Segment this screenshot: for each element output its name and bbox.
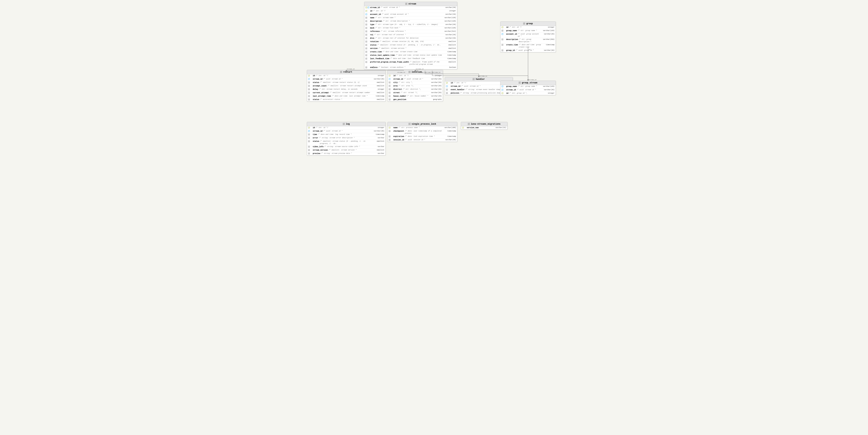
col-type: varchar(36) (542, 89, 555, 91)
table-row: status /* autorestart status *smallint (307, 98, 385, 101)
row-icon: 🔗 (365, 13, 369, 15)
col-type: smallint (375, 98, 384, 101)
table-title-luna_streams_migrations: luna-streams_migrations (471, 123, 501, 125)
col-name: checkpoint (393, 130, 404, 133)
col-icon (308, 92, 310, 94)
diagram-container: stream🔑🔗stream_id /* uuid: stream id *va… (307, 0, 561, 172)
col-icon (365, 66, 367, 68)
col-name: event_handler (451, 89, 465, 91)
col-comment: /* string: stream processing policies du… (460, 92, 503, 94)
col-name: delay (313, 88, 318, 91)
table-row: preferred_program_stream_frame_width /* … (364, 61, 457, 66)
col-name: stream_id (393, 78, 403, 81)
col-name: stream_id (370, 6, 380, 9)
table-grid-icon (473, 78, 475, 80)
col-type: varchar(128) (443, 27, 456, 29)
col-name: stream_id (506, 89, 516, 91)
table-group: group🔑id /* int: id */integergroup_name … (500, 22, 556, 52)
col-comment: /* uuid: stream id * (380, 6, 443, 9)
col-type: varchar(36) (430, 92, 442, 94)
col-icon (365, 17, 367, 19)
col-icon (365, 51, 367, 53)
col-comment: /* str: group name * (518, 85, 541, 88)
table-row: status_last_update_time /* date and time… (364, 54, 457, 57)
table-row: 🔗stream_id /* uuid: stream id *varchar(3… (307, 129, 385, 133)
col-icon (308, 98, 310, 100)
col-name: droi (370, 37, 374, 40)
col-icon (308, 149, 310, 151)
table-row: time /* date and time: log record time *… (307, 133, 385, 137)
col-name: group_id (506, 49, 515, 52)
col-type: varchar (376, 146, 384, 148)
col-type: integer (376, 75, 384, 77)
table-row: group_id /* uuid: group id *varchar(36) (500, 49, 556, 52)
col-type: varchar(32) (494, 126, 506, 129)
col-name: policies (451, 92, 459, 94)
col-name: group_name (506, 30, 517, 32)
row-icon: 🔑 (308, 75, 312, 77)
col-name: stream_id (313, 130, 322, 133)
row-icon: 🔑 (389, 127, 393, 128)
col-type: varchar(36) (444, 37, 456, 39)
table-row: droi /* str: stream rect of interest for… (364, 37, 457, 40)
col-comment: /* date and time: group create time (519, 44, 544, 48)
col-icon (446, 92, 448, 94)
table-single_process_lock: single_process_lock🔑name /* str: process… (388, 122, 457, 142)
col-type: smallint (375, 149, 384, 151)
col-comment: /* str: process name * (398, 126, 442, 129)
col-icon (389, 85, 391, 87)
row-icon: 🔗 (501, 89, 505, 91)
col-name: description (506, 38, 518, 41)
table-title-handler: handler (476, 78, 485, 81)
col-comment: /* int: id */ (316, 126, 375, 129)
table-grid-icon (523, 23, 525, 25)
col-type: varchar(128) (443, 17, 456, 19)
col-type: varchar(36) (430, 78, 442, 80)
table-header-location: location (388, 70, 443, 74)
table-row: roi /* str: stream rect of interest *var… (364, 33, 457, 37)
fk-icon: 🔗 (501, 33, 503, 35)
table-row: expiration /* date: lock expiration time… (388, 135, 457, 139)
table-row: 🔗stream_id /* uuid: stream id *varchar(3… (500, 88, 556, 92)
svg-text:stream_id: stream_id (479, 75, 487, 77)
col-name: status (313, 140, 319, 143)
col-comment: /* smallint: stream restart attempt numb… (330, 92, 375, 94)
col-comment: /* str: stream file mask * (375, 27, 442, 29)
col-type: timestamp (446, 54, 456, 56)
table-header-group_stream: group_stream (500, 81, 556, 85)
row-icon (389, 139, 393, 141)
pk-icon: 🔑 (365, 7, 367, 8)
table-grid-icon (343, 123, 345, 125)
col-name: type (370, 24, 374, 26)
table-row: 🔗account_id /* uuid: stream account id *… (364, 13, 457, 16)
row-icon (308, 149, 312, 151)
svg-text:stream_id: stream_id (347, 68, 354, 70)
row-icon: 🔑 (501, 26, 505, 28)
row-icon: 🔗 (308, 78, 312, 80)
col-name: preferred_program_stream_frame_width (370, 61, 409, 63)
col-comment: /* uuid: stream id * (323, 78, 372, 80)
table-row: endless /* boolean: stream endless *bool… (364, 66, 457, 69)
col-comment: /* smallint: stream version * (329, 149, 375, 151)
pk-icon: 🔑 (365, 10, 367, 12)
col-comment: /* int: group id *, (509, 92, 546, 94)
col-name: attempt_count (313, 85, 327, 87)
col-comment: /* date and time: last feedback time (390, 58, 445, 60)
col-name: video_info (313, 146, 323, 148)
row-icon (501, 38, 505, 40)
col-type: varchar(36) (430, 85, 442, 87)
table-row: district /* str: district *,varchar(36) (388, 88, 443, 91)
col-comment: /* date and time: stream status last upd… (396, 54, 445, 56)
row-icon (389, 85, 393, 87)
col-icon (501, 30, 503, 32)
col-icon (308, 95, 310, 97)
col-icon (365, 34, 367, 36)
col-comment: /* date: last timestamp of a completed p… (405, 130, 445, 135)
table-title-single_process_lock: single_process_lock (412, 123, 436, 125)
col-comment: /* uuid: group account id * (518, 33, 542, 37)
col-name: id (313, 126, 315, 129)
col-name: geo_position (393, 98, 406, 101)
fk-icon: 🔗 (308, 78, 310, 80)
col-name: id (370, 10, 372, 12)
col-comment: /* string: stream error description * (319, 137, 375, 139)
